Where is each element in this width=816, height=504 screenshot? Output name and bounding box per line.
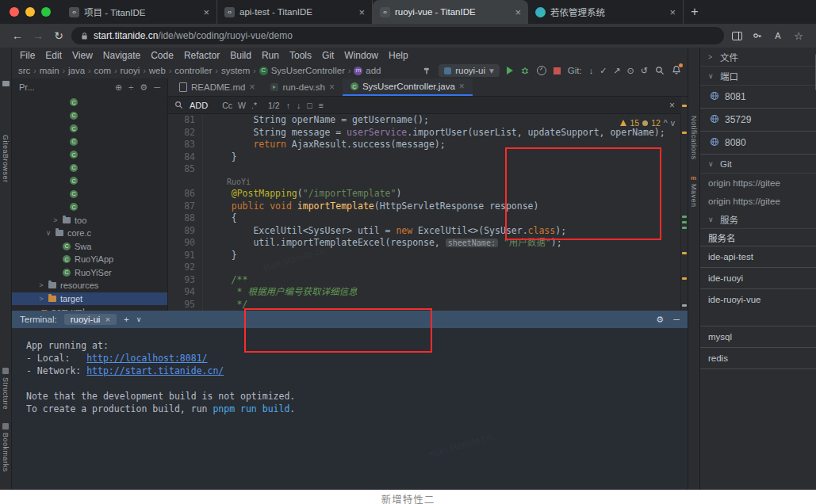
terminal-tab-close-icon[interactable]: × <box>105 315 110 324</box>
breadcrumb-item[interactable]: web <box>149 66 166 75</box>
bookmark-star-icon[interactable]: ☆ <box>791 30 806 42</box>
section-files[interactable]: > 文件 <box>700 48 816 67</box>
code-line[interactable]: 83 return AjaxResult.success(message); <box>168 139 681 151</box>
maximize-window-button[interactable] <box>41 7 51 17</box>
tree-item-core-c[interactable]: ∨core.c <box>12 227 167 240</box>
forward-button[interactable]: → <box>30 29 46 42</box>
menu-edit[interactable]: Edit <box>45 50 62 61</box>
git-update-icon[interactable]: ↓ <box>589 66 594 76</box>
find-next-icon[interactable]: ↓ <box>297 101 301 110</box>
menu-code[interactable]: Code <box>151 50 174 61</box>
tree-item[interactable]: C <box>12 162 167 175</box>
find-close-icon[interactable]: × <box>669 100 675 111</box>
code-line[interactable]: 86 @PostMapping("/importTemplate") <box>168 188 681 200</box>
inspections-widget[interactable]: 15 12 ^ v <box>620 118 675 128</box>
menu-build[interactable]: Build <box>230 50 251 61</box>
prev-problem-icon[interactable]: ^ <box>664 118 668 128</box>
tree-item-ruoyiser[interactable]: CRuoYiSer <box>12 266 167 280</box>
structure-icon[interactable] <box>2 368 9 374</box>
project-header-icon-1[interactable]: ÷ <box>128 82 133 93</box>
menu-help[interactable]: Help <box>389 50 408 61</box>
next-problem-icon[interactable]: v <box>671 118 675 128</box>
address-bar[interactable]: start.titanide.cn/ide/web/coding/ruoyi-v… <box>71 27 724 44</box>
browser-tab[interactable]: ‹›项目 - TitanIDE× <box>62 0 217 24</box>
terminal-output[interactable]: App running at:- Local: http://localhost… <box>12 328 688 490</box>
code-line[interactable]: 95 */ <box>168 299 681 311</box>
code-line[interactable]: 85 <box>168 163 681 176</box>
close-window-button[interactable] <box>10 7 19 17</box>
tab-close-icon[interactable]: × <box>203 6 209 18</box>
translate-icon[interactable]: A <box>770 31 786 40</box>
line-number[interactable]: 82 <box>168 127 203 139</box>
find-option-W[interactable]: W <box>238 101 246 110</box>
line-number[interactable] <box>168 176 203 189</box>
port-item-8081[interactable]: 8081 <box>700 86 816 109</box>
git-rollback-icon[interactable]: ↺ <box>641 66 648 76</box>
tool-gitea-browser[interactable]: GiteaBrowser <box>2 135 10 183</box>
section-git[interactable]: ∨ Git <box>700 155 816 174</box>
terminal-tab[interactable]: ruoyi-ui × <box>64 314 117 325</box>
line-number[interactable]: 94 <box>168 286 203 299</box>
line-number[interactable]: 84 <box>168 151 203 164</box>
browser-tab[interactable]: ‹›ruoyi-vue - TitanIDE× <box>373 0 528 24</box>
tree-item[interactable]: C <box>12 122 167 136</box>
breadcrumb-item[interactable]: main <box>40 66 59 75</box>
code-line[interactable]: 90 util.importTemplateExcel(response, sh… <box>168 237 681 250</box>
tab-close-icon[interactable]: × <box>459 81 465 92</box>
line-number[interactable]: 83 <box>168 139 203 151</box>
line-number[interactable]: 81 <box>168 114 203 127</box>
bookmarks-icon[interactable] <box>2 423 9 430</box>
find-option-Cc[interactable]: Cc <box>222 101 232 110</box>
menu-tools[interactable]: Tools <box>289 50 312 61</box>
notifications-bell-icon[interactable] <box>672 65 681 76</box>
find-in-selection-icon[interactable]: □ <box>307 101 312 110</box>
editor-tab-readme-md[interactable]: README.md× <box>171 78 262 96</box>
tab-close-icon[interactable]: × <box>358 6 365 18</box>
editor-body[interactable]: ADD CcW.* 1/2 ↑ ↓ □ ≡ × 1 <box>168 97 688 311</box>
password-key-icon[interactable] <box>749 31 765 40</box>
tree-item-resources[interactable]: >resources <box>12 279 167 292</box>
code-line[interactable]: 93 /** <box>168 274 681 287</box>
code-line[interactable]: 91 } <box>168 250 681 262</box>
line-number[interactable]: 88 <box>168 212 203 225</box>
project-tool-icon[interactable] <box>2 81 10 86</box>
menu-view[interactable]: View <box>72 50 93 61</box>
breadcrumb-item[interactable]: add <box>366 66 381 75</box>
find-option-[interactable]: .* <box>251 101 257 110</box>
code-view[interactable]: 81 String operName = getUsername();82 St… <box>168 97 681 311</box>
breadcrumb-item[interactable]: controller <box>174 66 212 75</box>
code-line[interactable]: 92 <box>168 262 681 274</box>
line-number[interactable]: 95 <box>168 299 203 311</box>
code-line[interactable]: 88 { <box>168 212 681 225</box>
tree-item[interactable]: C <box>12 188 167 201</box>
find-filter-icon[interactable]: ≡ <box>318 101 323 110</box>
line-number[interactable]: 91 <box>168 250 203 262</box>
terminal-settings-icon[interactable]: ⚙ <box>656 315 664 325</box>
browser-tab[interactable]: ‹›api-test - TitanIDE× <box>217 0 373 24</box>
breadcrumb-item[interactable]: com <box>94 66 111 75</box>
breadcrumb-item[interactable]: SysUserController <box>271 66 345 75</box>
section-services[interactable]: ∨ 服务 <box>700 210 816 229</box>
profiler-button[interactable] <box>537 66 546 75</box>
service-item-ide-ruoyi[interactable]: ide-ruoyi <box>700 268 816 289</box>
new-tab-button[interactable]: + <box>684 1 706 23</box>
port-item-35729[interactable]: 35729 <box>700 109 816 132</box>
tree-item-ruoyiapp[interactable]: CRuoYiApp <box>12 253 167 266</box>
code-line[interactable]: 81 String operName = getUsername(); <box>168 114 681 127</box>
project-header-icon-3[interactable]: ─ <box>154 82 160 93</box>
terminal-link[interactable]: http://localhost:8081/ <box>86 353 207 364</box>
tree-item[interactable]: C <box>12 200 167 214</box>
section-ports[interactable]: ∨ 端口 <box>700 67 816 86</box>
breadcrumb-item[interactable]: src <box>18 66 30 75</box>
code-line[interactable]: 82 String message = userService.importUs… <box>168 127 681 139</box>
tree-item-swa[interactable]: CSwa <box>12 240 167 254</box>
error-stripe[interactable] <box>680 97 688 311</box>
tree-item[interactable]: C <box>12 109 167 123</box>
tab-close-icon[interactable]: × <box>329 82 335 93</box>
tab-close-icon[interactable]: × <box>669 6 676 18</box>
run-configuration-select[interactable]: ruoyi-ui ▾ <box>439 64 500 77</box>
service-item-ide-api-test[interactable]: ide-api-test <box>700 246 816 268</box>
git-remote-item[interactable]: origin https://gitee <box>700 192 816 210</box>
reload-button[interactable]: ↻ <box>51 29 67 42</box>
find-prev-icon[interactable]: ↑ <box>286 101 290 110</box>
